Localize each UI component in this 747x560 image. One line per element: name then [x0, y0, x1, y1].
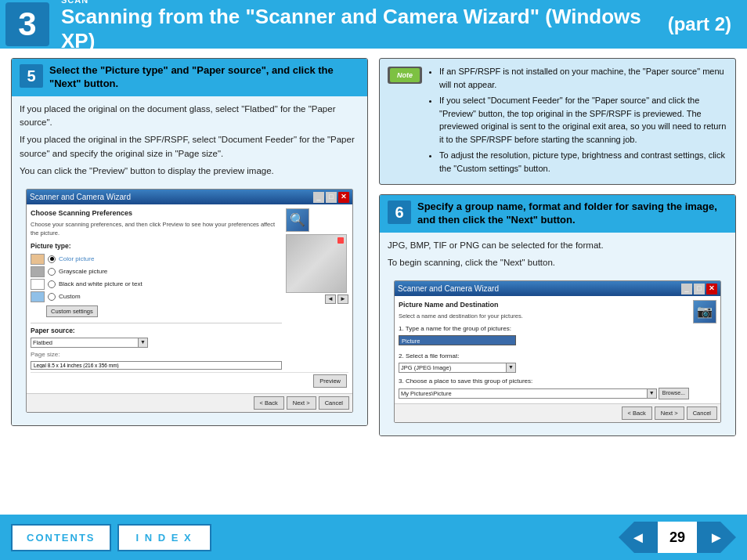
win1-title: Scanner and Camera Wizard: [30, 191, 131, 203]
step5-header: 5 Select the "Picture type" and "Paper s…: [12, 59, 367, 96]
win2-cancel-btn[interactable]: Cancel: [687, 406, 717, 420]
chapter-num-box: 3: [0, 0, 55, 49]
next-arrow-icon: ►: [709, 529, 724, 547]
win1-preview-btns: ◄ ►: [286, 294, 348, 304]
footer-pagination: ◄ 29 ►: [619, 522, 736, 553]
header: 3 SCAN Scanning from the "Scanner and Ca…: [0, 0, 747, 49]
step6-title: Specify a group name, format and folder …: [417, 201, 727, 227]
step5-block: 5 Select the "Picture type" and "Paper s…: [11, 58, 368, 426]
win1-icon4: [31, 291, 45, 302]
win2-nav-footer: < Back Next > Cancel: [395, 403, 720, 422]
win2-combo2-arrow: ▼: [647, 389, 656, 398]
win1-pagesize-label: Page size:: [31, 350, 282, 359]
win1-close[interactable]: ✕: [338, 192, 349, 203]
win2-close[interactable]: ✕: [706, 284, 717, 294]
win2-field1[interactable]: Picture: [399, 335, 516, 345]
win2-combo2[interactable]: My Pictures\Picture ▼: [399, 388, 657, 399]
page-title: Scanning from the "Scanner and Camera Wi…: [61, 5, 668, 53]
win1-maximize: □: [326, 192, 337, 203]
win2-browse-btn[interactable]: Browse...: [659, 388, 689, 399]
win1-opt4-label: Custom: [59, 292, 81, 302]
note-list: If an SPF/RSPF is not installed on your …: [428, 65, 727, 175]
win1-radio2[interactable]: [48, 268, 56, 276]
win2-combo2-text: My Pictures\Picture: [399, 389, 647, 398]
win1-cancel-btn[interactable]: Cancel: [319, 396, 349, 410]
step5-p3: You can click the "Preview" button to di…: [20, 164, 359, 178]
step5-desc: Select the "Picture type" and "Paper sou…: [49, 64, 359, 91]
win1-body: Choose Scanning Preferences Choose your …: [27, 204, 352, 393]
win1-radio4[interactable]: [48, 293, 56, 301]
win1-pagesize-row: [31, 361, 282, 370]
win1-paper-arrow: ▼: [138, 338, 147, 347]
contents-button[interactable]: CONTENTS: [11, 524, 111, 551]
win1-divider: [31, 323, 282, 323]
win1-next-icon[interactable]: ►: [337, 294, 348, 304]
chapter-num-bg: 3: [5, 2, 49, 46]
win1-custom-btn[interactable]: Custom settings: [46, 305, 98, 317]
win2-title: Scanner and Camera Wizard: [398, 283, 499, 294]
win2-back-btn[interactable]: < Back: [622, 406, 652, 420]
win1-prev-icon[interactable]: ◄: [325, 294, 336, 304]
win1-radio3[interactable]: [48, 280, 56, 288]
win1-option1: Color picture: [31, 254, 282, 265]
note-item-3: To adjust the resolution, picture type, …: [439, 149, 727, 175]
win2-combo1[interactable]: JPG (JPEG Image) ▼: [399, 363, 516, 373]
win2-titlebar: Scanner and Camera Wizard _ □ ✕: [395, 281, 720, 296]
win1-footer: Preview: [31, 372, 348, 389]
win1-top: Choose Scanning Preferences Choose your …: [31, 208, 348, 370]
prev-arrow-icon: ◄: [630, 529, 646, 547]
win1-paper-val: Flatbed: [31, 338, 138, 347]
win1-opt2-label: Grayscale picture: [59, 267, 107, 276]
next-page-button[interactable]: ►: [697, 522, 736, 553]
win1-preview-area: [286, 234, 347, 293]
win2-subtitle: Picture Name and Destination: [399, 300, 689, 311]
chapter-number: 3: [18, 8, 36, 41]
step5-number: 5: [20, 64, 43, 88]
win1-pagesize-field[interactable]: [31, 361, 282, 370]
win1-option4: Custom: [31, 291, 282, 302]
win2-controls: _ □ ✕: [681, 284, 717, 294]
footer-nav: CONTENTS I N D E X ◄ 29 ►: [0, 515, 747, 560]
win2-next-btn[interactable]: Next >: [655, 406, 684, 420]
win1-wizard-icon: 🔍: [286, 208, 309, 232]
win2-left: Picture Name and Destination Select a na…: [399, 300, 689, 399]
win2-label2: 2. Select a file format:: [399, 352, 689, 361]
win2-combo1-text: JPG (JPEG Image): [399, 363, 506, 372]
win1-paper-combo[interactable]: Flatbed ▼: [31, 338, 148, 348]
win2-minimize: _: [681, 284, 692, 294]
win1-icon1: [31, 254, 45, 265]
win2-body: Picture Name and Destination Select a na…: [395, 296, 720, 403]
win1-radio1[interactable]: [48, 255, 56, 263]
main-content: 5 Select the "Picture type" and "Paper s…: [0, 49, 747, 515]
prev-page-button[interactable]: ◄: [619, 522, 658, 553]
win1-controls: _ □ ✕: [313, 192, 349, 203]
win1-next-btn[interactable]: Next >: [287, 396, 316, 410]
win1-preview-btn[interactable]: Preview: [313, 374, 347, 388]
right-column: Note If an SPF/RSPF is not installed on …: [379, 58, 736, 505]
step6-header: 6 Specify a group name, format and folde…: [380, 195, 735, 233]
index-button[interactable]: I N D E X: [117, 524, 211, 551]
step6-block: 6 Specify a group name, format and folde…: [379, 194, 736, 436]
note-item-1: If an SPF/RSPF is not installed on your …: [439, 65, 727, 91]
win2-combo1-arrow: ▼: [506, 363, 515, 372]
win1-option3: Black and white picture or text: [31, 279, 282, 290]
win1-nav-icons: ◄ ►: [325, 294, 348, 304]
step6-p2: To begin scanning, click the "Next" butt…: [388, 256, 727, 269]
win1-picture-type-label: Picture type:: [31, 241, 282, 251]
note-icon-wrap: Note: [388, 67, 422, 84]
win1-back-btn[interactable]: < Back: [254, 396, 284, 410]
step5-title: Select the "Picture type" and "Paper sou…: [49, 64, 359, 91]
win1-option2: Grayscale picture: [31, 266, 282, 277]
win2-label3: 3. Choose a place to save this group of …: [399, 377, 689, 386]
part-label: (part 2): [668, 13, 747, 35]
win1-opt3-label: Black and white picture or text: [59, 280, 143, 289]
header-text-block: SCAN Scanning from the "Scanner and Came…: [55, 0, 668, 53]
step6-p1: JPG, BMP, TIF or PNG can be selected for…: [388, 239, 727, 252]
win1-subtitle: Choose Scanning Preferences: [31, 208, 282, 219]
screenshot2-wrap: Scanner and Camera Wizard _ □ ✕ Picture …: [388, 276, 727, 429]
step6-body: JPG, BMP, TIF or PNG can be selected for…: [380, 233, 735, 435]
win1-icon2: [31, 266, 45, 277]
win1-paper-row: Flatbed ▼: [31, 338, 282, 348]
step6-number: 6: [388, 201, 411, 224]
win1-nav-footer: < Back Next > Cancel: [27, 393, 352, 412]
